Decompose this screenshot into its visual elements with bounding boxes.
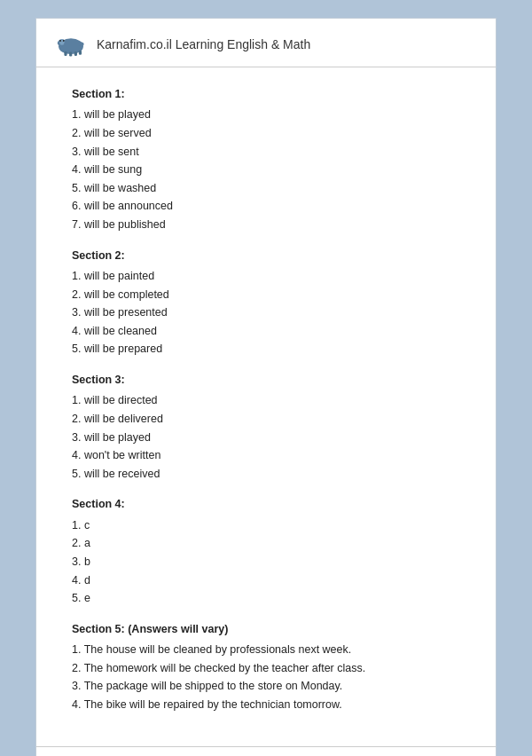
list-item: 2. a (72, 534, 469, 553)
list-item: 5. will be received (72, 465, 469, 484)
list-item: 2. will be completed (72, 286, 469, 304)
list-item: 2. The homework will be checked by the t… (72, 659, 469, 678)
svg-point-4 (63, 40, 65, 42)
content: Section 1:1. will be played2. will be se… (36, 67, 496, 737)
header: Karnafim.co.il Learning English & Math (36, 19, 496, 67)
svg-rect-7 (69, 52, 72, 57)
list-item: 1. will be directed (72, 391, 469, 410)
section-items-2: 1. will be painted2. will be completed3.… (72, 267, 469, 358)
list-item: 2. will be served (72, 124, 469, 143)
svg-rect-9 (79, 51, 82, 55)
section-title-1: Section 1: (72, 85, 469, 104)
list-item: 1. The house will be cleaned by professi… (72, 641, 469, 659)
hippo-icon (54, 31, 88, 58)
svg-rect-6 (64, 51, 66, 56)
list-item: 3. will be sent (72, 143, 469, 161)
list-item: 4. will be cleaned (72, 322, 469, 341)
list-item: 3. will be played (72, 429, 469, 447)
header-title: Karnafim.co.il Learning English & Math (97, 37, 310, 51)
list-item: 5. will be washed (72, 179, 469, 198)
list-item: 4. won't be written (72, 446, 469, 465)
list-item: 4. d (72, 571, 469, 590)
section-title-5: Section 5: (Answers will vary) (72, 620, 469, 639)
section-items-3: 1. will be directed2. will be delivered3… (72, 391, 469, 483)
list-item: 7. will be published (72, 216, 469, 234)
section-items-5: 1. The house will be cleaned by professi… (72, 641, 469, 714)
section-title-2: Section 2: (72, 247, 469, 265)
list-item: 5. e (72, 589, 469, 608)
list-item: 6. will be announced (72, 197, 469, 216)
footer: FREE English practice, for more workshee… (36, 746, 496, 757)
list-item: 2. will be delivered (72, 410, 469, 429)
svg-rect-8 (74, 51, 77, 56)
section-title-4: Section 4: (72, 495, 469, 514)
list-item: 1. will be painted (72, 267, 469, 286)
list-item: 3. will be presented (72, 303, 469, 322)
svg-point-5 (59, 42, 64, 44)
svg-point-3 (59, 40, 61, 42)
list-item: 3. The package will be shipped to the st… (72, 677, 469, 696)
list-item: 5. will be prepared (72, 340, 469, 358)
section-items-4: 1. c2. a3. b4. d5. e (72, 516, 469, 608)
svg-point-10 (78, 42, 83, 45)
list-item: 4. The bike will be repaired by the tech… (72, 696, 469, 714)
list-item: 4. will be sung (72, 161, 469, 179)
list-item: 1. c (72, 516, 469, 535)
page: Karnafim.co.il Learning English & Math S… (35, 18, 497, 756)
list-item: 3. b (72, 553, 469, 571)
list-item: 1. will be played (72, 106, 469, 124)
section-title-3: Section 3: (72, 371, 469, 390)
section-items-1: 1. will be played2. will be served3. wil… (72, 106, 469, 233)
